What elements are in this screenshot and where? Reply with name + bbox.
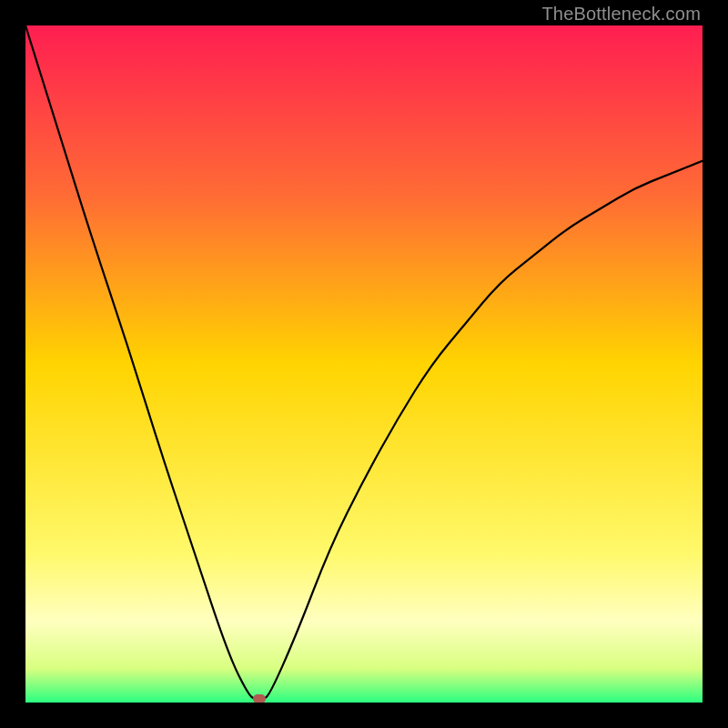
chart-frame: TheBottleneck.com — [0, 0, 728, 728]
optimal-point-marker — [253, 694, 266, 703]
watermark-text: TheBottleneck.com — [541, 4, 701, 25]
plot-area — [25, 25, 703, 703]
bottleneck-curve — [25, 25, 703, 703]
